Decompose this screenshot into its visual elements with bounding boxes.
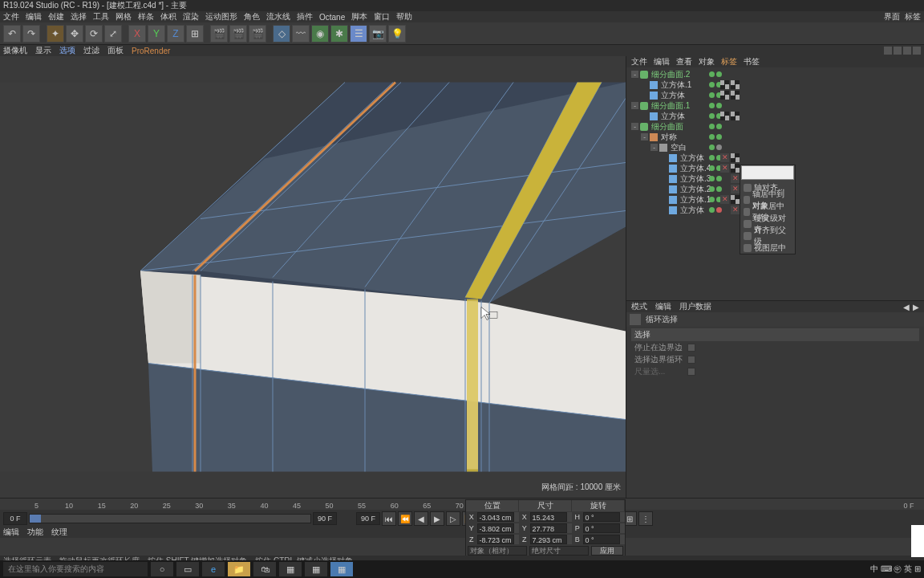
tree-row[interactable]: -空白 bbox=[626, 142, 924, 153]
undo-button[interactable]: ↶ bbox=[3, 25, 21, 43]
visibility-dot[interactable] bbox=[709, 186, 715, 192]
am-edit[interactable]: 编辑 bbox=[655, 301, 671, 312]
rotate-tool[interactable]: ⟳ bbox=[85, 25, 103, 43]
menu-select[interactable]: 选择 bbox=[71, 11, 87, 22]
next-frame[interactable]: ▷ bbox=[446, 511, 460, 526]
am-mode[interactable]: 模式 bbox=[631, 301, 647, 312]
vp-nav-icon[interactable] bbox=[903, 47, 911, 55]
tree-row[interactable]: 立方体✕ bbox=[626, 153, 924, 163]
render-view[interactable]: 🎬 bbox=[210, 25, 228, 43]
coord-size-Z[interactable]: 7.293 cm bbox=[530, 535, 568, 544]
cortana-icon[interactable]: ○ bbox=[151, 562, 173, 576]
object-tag[interactable]: ✕ bbox=[720, 195, 729, 204]
visibility-dot[interactable] bbox=[716, 103, 722, 108]
context-search-input[interactable] bbox=[741, 165, 794, 180]
qr-widget[interactable] bbox=[911, 525, 924, 557]
expand-toggle[interactable]: - bbox=[631, 102, 638, 109]
store-icon[interactable]: 🛍 bbox=[253, 562, 276, 576]
time-slider[interactable] bbox=[29, 514, 311, 523]
edge-icon[interactable]: e bbox=[202, 562, 225, 576]
vp-nav-icon[interactable] bbox=[884, 47, 892, 55]
explorer-icon[interactable]: 📁 bbox=[228, 562, 250, 576]
key-extra[interactable]: ⋮ bbox=[638, 511, 653, 526]
coord-system[interactable]: ⊞ bbox=[186, 25, 204, 43]
om-edit[interactable]: 编辑 bbox=[654, 56, 670, 67]
visibility-dot[interactable] bbox=[716, 71, 722, 77]
om-bookmarks[interactable]: 书签 bbox=[744, 56, 760, 67]
menu-mesh[interactable]: 网格 bbox=[116, 11, 132, 22]
menu-spline[interactable]: 样条 bbox=[138, 11, 154, 22]
prim-spline[interactable]: 〰 bbox=[292, 25, 310, 43]
play[interactable]: ▶ bbox=[430, 511, 444, 526]
prim-camera[interactable]: 📷 bbox=[369, 25, 387, 43]
object-tag[interactable]: ✕ bbox=[731, 174, 740, 183]
win-search[interactable]: 在这里输入你要搜索的内容 bbox=[3, 562, 148, 576]
am-prev[interactable]: ◀ bbox=[903, 303, 910, 311]
object-name[interactable]: 立方体.2 bbox=[680, 184, 711, 195]
expand-toggle[interactable]: - bbox=[631, 71, 638, 78]
visibility-dot[interactable] bbox=[709, 165, 715, 171]
visibility-dot[interactable] bbox=[709, 155, 715, 161]
menu-create[interactable]: 创建 bbox=[48, 11, 64, 22]
visibility-dot[interactable] bbox=[709, 144, 715, 150]
tab-texture[interactable]: 纹理 bbox=[51, 527, 67, 538]
select-tool[interactable]: ✦ bbox=[47, 25, 64, 43]
expand-toggle[interactable]: - bbox=[641, 133, 648, 140]
visibility-dot[interactable] bbox=[709, 113, 715, 119]
object-tag[interactable]: ✕ bbox=[731, 185, 740, 193]
goto-start[interactable]: ⏮ bbox=[382, 511, 396, 526]
x-lock[interactable]: X bbox=[128, 25, 146, 43]
coord-size-Y[interactable]: 27.778 cm bbox=[530, 523, 568, 533]
visibility-dot[interactable] bbox=[716, 207, 722, 213]
menu-help[interactable]: 帮助 bbox=[396, 11, 412, 22]
vp-nav-icon[interactable] bbox=[913, 47, 921, 55]
menu-file[interactable]: 文件 bbox=[3, 11, 19, 22]
menu-bookmarks[interactable]: 标签 bbox=[905, 11, 921, 22]
visibility-dot[interactable] bbox=[716, 186, 722, 192]
menu-script[interactable]: 脚本 bbox=[351, 11, 367, 22]
object-name[interactable]: 对称 bbox=[661, 132, 677, 143]
object-tag[interactable] bbox=[731, 164, 740, 173]
tree-row[interactable]: 立方体 bbox=[626, 90, 924, 100]
coord-rot-X[interactable]: 0 ° bbox=[583, 512, 621, 522]
visibility-dot[interactable] bbox=[709, 134, 715, 140]
object-name[interactable]: 立方体 bbox=[661, 90, 685, 101]
viewport[interactable]: 网格间距 : 10000 厘米 bbox=[0, 56, 626, 498]
object-tag[interactable] bbox=[731, 80, 740, 89]
object-tag[interactable]: ✕ bbox=[731, 206, 740, 214]
prev-key[interactable]: ⏪ bbox=[398, 511, 412, 526]
visibility-dot[interactable] bbox=[716, 144, 722, 150]
attr-stop-boundary-cb[interactable] bbox=[687, 344, 695, 352]
tree-row[interactable]: -细分曲面 bbox=[626, 121, 924, 132]
object-tag[interactable] bbox=[731, 153, 740, 162]
object-tag[interactable] bbox=[731, 195, 740, 204]
visibility-dot[interactable] bbox=[709, 197, 715, 202]
object-name[interactable]: 空白 bbox=[671, 142, 687, 153]
coord-pos-Y[interactable]: -3.802 cm bbox=[477, 523, 515, 533]
object-name[interactable]: 立方体.1 bbox=[661, 79, 691, 91]
expand-toggle[interactable]: - bbox=[631, 123, 638, 130]
object-name[interactable]: 细分曲面.2 bbox=[651, 69, 690, 80]
time-start-field[interactable]: 0 F bbox=[3, 512, 27, 525]
attr-measure-cb[interactable] bbox=[687, 368, 695, 376]
coord-rot-Z[interactable]: 0 ° bbox=[583, 535, 621, 544]
tab-edit[interactable]: 编辑 bbox=[3, 527, 19, 538]
menu-volume[interactable]: 体积 bbox=[160, 11, 176, 22]
am-next[interactable]: ▶ bbox=[913, 303, 919, 311]
vp-prorender[interactable]: ProRender bbox=[132, 47, 170, 55]
om-view[interactable]: 查看 bbox=[676, 56, 692, 67]
menu-render[interactable]: 渲染 bbox=[183, 11, 199, 22]
coord-size-X[interactable]: 15.243 cm bbox=[530, 512, 568, 522]
vp-options[interactable]: 选项 bbox=[59, 45, 75, 56]
object-tag[interactable]: ✕ bbox=[720, 164, 729, 173]
visibility-dot[interactable] bbox=[709, 92, 715, 98]
time-end-field[interactable]: 90 F bbox=[313, 512, 337, 525]
tab-function[interactable]: 功能 bbox=[27, 527, 43, 538]
menu-character[interactable]: 角色 bbox=[244, 11, 260, 22]
render-region[interactable]: 🎬 bbox=[229, 25, 247, 43]
vp-camera[interactable]: 摄像机 bbox=[3, 45, 27, 56]
timeline-ruler[interactable]: 510152025303540455055606570758085900 F bbox=[0, 499, 924, 510]
prim-generator[interactable]: ◉ bbox=[311, 25, 329, 43]
tree-row[interactable]: -细分曲面.1 bbox=[626, 100, 924, 111]
menu-layout[interactable]: 界面 bbox=[884, 11, 900, 22]
